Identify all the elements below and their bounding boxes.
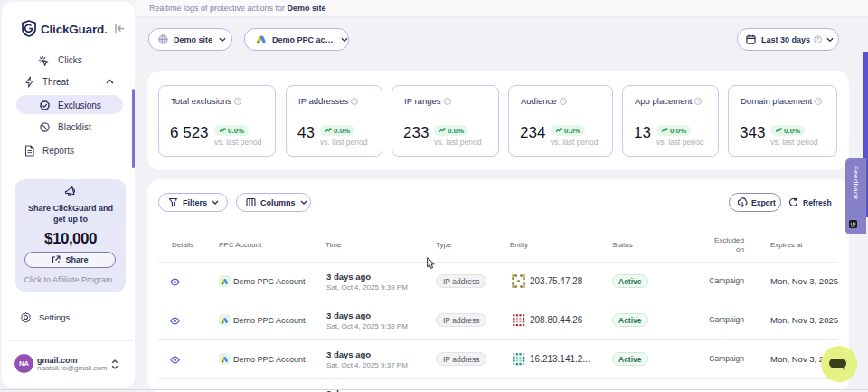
svg-text:?: ? (816, 36, 820, 42)
svg-text:?: ? (561, 99, 564, 103)
svg-text:?: ? (817, 99, 820, 103)
svg-text:?: ? (237, 99, 240, 103)
svg-text:?: ? (354, 99, 356, 103)
svg-text:?: ? (446, 99, 448, 103)
svg-text:?: ? (697, 99, 700, 103)
